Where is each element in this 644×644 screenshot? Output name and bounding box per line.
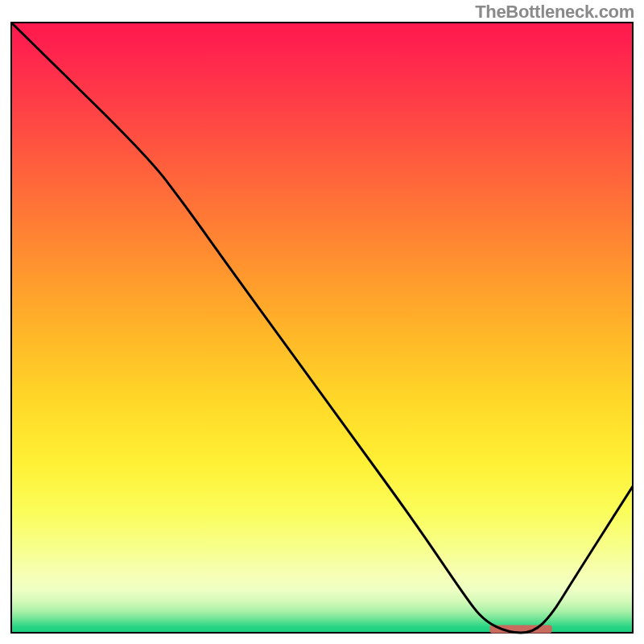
bottleneck-chart [0, 0, 644, 644]
chart-wrapper: TheBottleneck.com [0, 0, 644, 644]
watermark-text: TheBottleneck.com [475, 2, 634, 23]
